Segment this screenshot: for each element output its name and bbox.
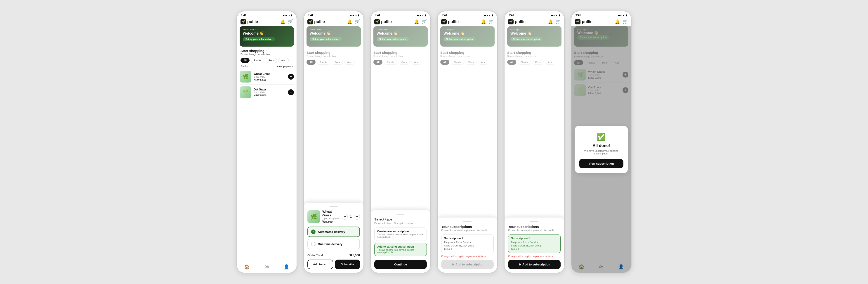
product-name-oat: Oat Grass <box>254 88 286 91</box>
select-type-sheet: Select type Please select one of the opt… <box>371 210 430 273</box>
view-subscription-button[interactable]: View subscription <box>579 159 623 168</box>
hero-cta-2-bg: Set up your subscription <box>310 37 342 41</box>
add-to-cart-wheat[interactable]: + <box>288 74 294 80</box>
bell-icon-3[interactable]: 🔔 <box>414 19 419 24</box>
nav-shop-icon[interactable]: 🛍 <box>265 264 269 270</box>
filter-all[interactable]: All <box>241 58 250 63</box>
cart-icon-5[interactable]: 🛒 <box>556 19 561 24</box>
sub-card-1-starts: Starts on: Oct 21, 2024 (Mon) <box>444 244 491 247</box>
option-new-subscription[interactable]: Create new subscription This will create… <box>374 227 427 241</box>
app-header-2: 🌱 pullie 🔔 🛒 <box>304 18 364 26</box>
bell-icon-4[interactable]: 🔔 <box>481 19 486 24</box>
app-header-3: 🌱 pullie 🔔 🛒 <box>371 18 430 26</box>
phone-6-content: New to pullie? Welcome 👋 Set up your sub… <box>571 26 631 273</box>
logo-icon-6: 🌱 <box>575 19 581 24</box>
option-existing-desc: This will add the item to your existing … <box>377 249 424 254</box>
option-existing-title: Add to existing subscription <box>377 245 424 248</box>
bell-icon-2[interactable]: 🔔 <box>347 19 352 24</box>
app-logo: 🌱 pullie <box>241 19 258 24</box>
sub-card-1-active[interactable]: Subscription 1 Frequency: Every 2 weeks … <box>508 234 561 253</box>
wifi-icon-5: ▲ <box>556 14 558 17</box>
app-logo-2: 🌱 pullie <box>307 19 325 24</box>
sub-card-1-name: Subscription 1 <box>444 237 491 240</box>
bottom-nav-1: 🏠 🛍 👤 <box>237 262 297 273</box>
logo-icon-3: 🌱 <box>374 19 380 24</box>
app-header-5: 🌱 pullie 🔔 🛒 <box>504 18 564 26</box>
battery-icon-5: ▮ <box>559 14 560 17</box>
option-new-desc: This will create a new subscription plan… <box>377 233 424 238</box>
cart-icon-2[interactable]: 🛒 <box>355 19 360 24</box>
sheet-product-info: Wheat Grass 1 pot, fully grown ₩5,500 <box>322 210 340 223</box>
delivery-automated[interactable]: ✓ Automated delivery <box>307 227 360 237</box>
cart-icon-6[interactable]: 🛒 <box>622 19 627 24</box>
hero-cta-button[interactable]: Set up your subscription <box>243 37 275 41</box>
product-price-oat: KRW 5,500 <box>254 94 286 97</box>
subscriptions-sheet-inactive: Your subscriptions Choose the subscripti… <box>438 218 497 273</box>
phone-5-content: New to pullie? Welcome 👋 Set up your sub… <box>504 26 564 273</box>
hero-banner-2-bg: New to pullie? Welcome 👋 Set up your sub… <box>307 26 361 46</box>
qty-decrease[interactable]: − <box>342 214 348 220</box>
filter-pots[interactable]: Pots <box>266 58 277 63</box>
nav-home-icon[interactable]: 🏠 <box>244 264 250 270</box>
filter-tabs: All Plants Pots Acc <box>237 57 297 65</box>
product-price-wheat: KRW 5,500 <box>254 78 286 81</box>
phone-2: 9:41 ●●● ▲ ▮ 🌱 pullie 🔔 🛒 New to pullie?… <box>303 11 364 273</box>
continue-button[interactable]: Continue <box>374 260 427 269</box>
sub-card-1-inactive[interactable]: Subscription 1 Frequency: Every 2 weeks … <box>441 234 494 253</box>
product-item-oat[interactable]: 🌱 Oat Grass 1 pot, white KRW 5,500 + <box>240 85 294 100</box>
cart-icon-3[interactable]: 🛒 <box>422 19 427 24</box>
qty-value: 1 <box>350 215 352 218</box>
app-logo-4: 🌱 pullie <box>441 19 459 24</box>
delivery-onetime[interactable]: One-time delivery <box>307 239 360 249</box>
bell-icon[interactable]: 🔔 <box>280 19 285 24</box>
sheet-product-price: ₩5,500 <box>322 220 340 223</box>
add-to-cart-oat[interactable]: + <box>288 89 294 95</box>
subscriptions-sheet-active: Your subscriptions Choose the subscripti… <box>504 218 564 273</box>
status-icons-2: ●●● ▲ ▮ <box>350 14 360 17</box>
cart-icon[interactable]: 🛒 <box>288 19 293 24</box>
phone-6: 9:41 ●●● ▲ ▮ 🌱 pullie 🔔 🛒 New to pullie?… <box>571 11 631 273</box>
section-subtitle: Browse through our selection <box>237 53 297 57</box>
add-to-cart-button[interactable]: Add to cart <box>307 260 333 269</box>
filter-acc[interactable]: Acc <box>278 58 289 63</box>
sheet-actions: Add to cart Subscribe <box>307 260 360 269</box>
phone-2-content: New to pullie? Welcome 👋 Set up your sub… <box>304 26 364 273</box>
header-actions-4: 🔔 🛒 <box>481 19 494 24</box>
status-time-3: 9:41 <box>375 13 380 17</box>
signal-icon-2: ●●● <box>350 14 354 17</box>
add-to-sub-active-label: Add to subscription <box>522 263 550 266</box>
phone-1: 9:41 ●●● ▲ ▮ 🌱 pullie 🔔 🛒 New to pullie?… <box>237 11 297 273</box>
bell-icon-5[interactable]: 🔔 <box>548 19 553 24</box>
subscribe-button[interactable]: Subscribe <box>335 260 360 269</box>
cart-icon-4[interactable]: 🛒 <box>489 19 494 24</box>
product-name-wheat: Wheat Grass <box>254 72 286 75</box>
add-to-subscription-button-active[interactable]: ⊕ Add to subscription <box>508 260 561 269</box>
sub-card-1-active-frequency: Frequency: Every 2 weeks <box>511 241 558 244</box>
wifi-icon-4: ▲ <box>489 14 491 17</box>
subs-subtitle-4: Choose the subscription you would like t… <box>441 229 494 231</box>
nav-profile-icon[interactable]: 👤 <box>284 264 289 270</box>
product-item-wheat[interactable]: 🌿 Wheat Grass 1 pot, white KRW 5,500 + <box>240 69 294 85</box>
app-logo-5: 🌱 pullie <box>508 19 526 24</box>
bell-icon-6[interactable]: 🔔 <box>615 19 620 24</box>
qty-increase[interactable]: + <box>354 214 360 220</box>
add-to-subscription-button-inactive[interactable]: ⊕ Add to subscription <box>441 260 494 269</box>
filter-plants[interactable]: Plants <box>251 58 264 63</box>
battery-icon-4: ▮ <box>492 14 493 17</box>
product-image-oat: 🌱 <box>240 86 251 98</box>
product-info-oat: Oat Grass 1 pot, white KRW 5,500 <box>254 88 286 97</box>
add-circle-icon-active: ⊕ <box>519 263 521 266</box>
header-actions-2: 🔔 🛒 <box>347 19 360 24</box>
app-logo-6: 🌱 pullie <box>575 19 592 24</box>
all-done-desc: We have updated your existing subscripti… <box>579 150 623 155</box>
sort-value[interactable]: most popular › <box>277 65 293 68</box>
app-name-6: pullie <box>582 20 592 24</box>
signal-icon-4: ●●● <box>484 14 488 17</box>
sheet-product-img: 🌿 <box>307 210 320 223</box>
sheet-product-desc: 1 pot, fully grown <box>322 217 340 220</box>
phone-3-content: New to pullie? Welcome 👋 Set up your sub… <box>371 26 430 273</box>
option-add-existing[interactable]: Add to existing subscription This will a… <box>374 243 427 256</box>
status-icons-3: ●●● ▲ ▮ <box>417 14 426 17</box>
select-type-title: Select type <box>374 217 427 221</box>
delivery-automated-label: Automated delivery <box>318 230 345 233</box>
